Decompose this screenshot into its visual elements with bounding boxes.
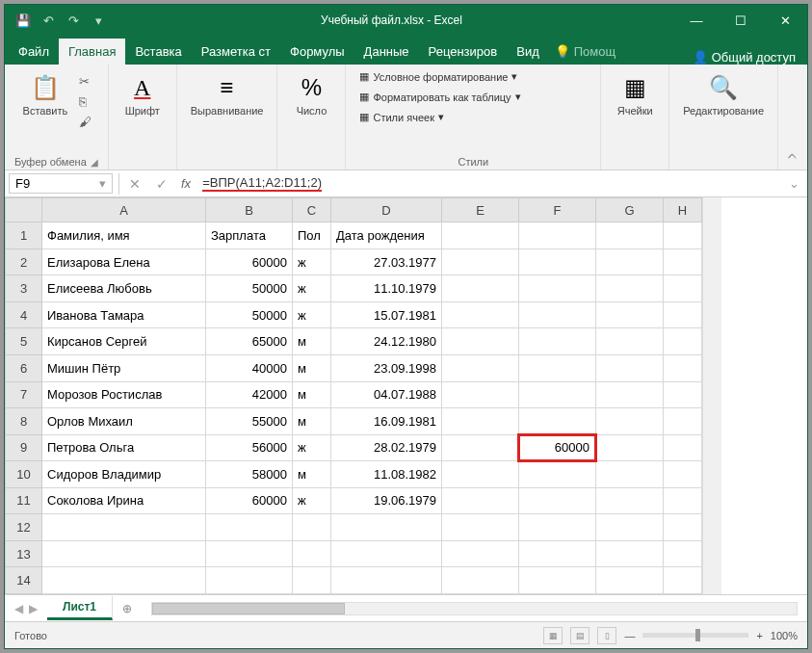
tab-home[interactable]: Главная [59,39,125,65]
cancel-icon[interactable]: ✕ [121,176,148,192]
vertical-scrollbar[interactable] [702,197,721,594]
cell[interactable]: 40000 [206,354,293,381]
cell[interactable] [206,514,293,541]
cell[interactable] [664,328,702,355]
horizontal-scrollbar[interactable] [142,602,807,615]
editing-button[interactable]: 🔍 Редактирование [679,68,768,120]
maximize-button[interactable]: ☐ [719,5,763,36]
cell[interactable]: Мишин Пётр [42,354,206,381]
cell[interactable] [442,381,519,408]
cell[interactable] [519,248,596,275]
name-box[interactable]: F9▾ [9,173,113,194]
cell[interactable]: Орлов Михаил [42,408,206,435]
formula-input[interactable]: =ВПР(A11;A2:D11;2) [196,175,781,192]
cell[interactable] [42,567,206,594]
cell[interactable]: 16.09.1981 [331,408,442,435]
col-header[interactable]: F [519,198,596,222]
cell[interactable] [206,540,293,567]
cell[interactable] [664,381,702,408]
cell[interactable] [442,434,519,461]
cell[interactable] [293,567,331,594]
row-header[interactable]: 4 [6,301,42,328]
cell[interactable] [442,222,519,249]
collapse-ribbon-icon[interactable]: ᨈ [778,141,807,170]
zoom-slider[interactable] [642,633,748,638]
cell[interactable] [42,540,206,567]
cell[interactable] [596,434,664,461]
cell-styles[interactable]: ▦Стили ячеек▾ [355,109,447,125]
cell[interactable] [331,567,442,594]
qat-customize-icon[interactable]: ▾ [88,10,109,31]
cell[interactable] [664,487,702,514]
cell[interactable] [664,222,702,249]
highlighted-cell[interactable]: 60000 [519,434,596,461]
cell[interactable] [519,567,596,594]
cell[interactable]: 19.06.1979 [331,487,442,514]
cell[interactable]: 55000 [206,408,293,435]
cell[interactable] [596,540,664,567]
dialog-launcher-icon[interactable]: ◢ [91,157,98,168]
cell[interactable] [596,275,664,302]
view-break-icon[interactable]: ▯ [597,627,616,644]
zoom-in-icon[interactable]: + [756,630,762,641]
number-button[interactable]: % Число [287,68,335,120]
cell[interactable] [442,248,519,275]
cell[interactable]: Иванова Тамара [42,301,206,328]
row-header[interactable]: 8 [6,408,42,435]
cell[interactable] [519,381,596,408]
cell[interactable] [519,222,596,249]
cell[interactable] [664,248,702,275]
row-header[interactable]: 5 [6,328,42,355]
tab-data[interactable]: Данные [354,39,419,65]
cell[interactable] [664,434,702,461]
cell[interactable]: 42000 [206,381,293,408]
view-normal-icon[interactable]: ▦ [543,627,563,644]
cell[interactable] [519,461,596,488]
font-button[interactable]: A Шрифт [118,68,167,120]
cell[interactable]: Сидоров Владимир [42,461,206,488]
format-painter-icon[interactable]: 🖌 [77,113,93,131]
cell[interactable]: 50000 [206,275,293,302]
tell-me[interactable]: 💡Помощ [549,39,621,65]
tab-formulas[interactable]: Формулы [280,39,354,65]
cell[interactable] [442,487,519,514]
cell[interactable]: Морозов Ростислав [42,381,206,408]
cell[interactable] [293,514,331,541]
cell[interactable] [596,248,664,275]
cell[interactable] [596,408,664,435]
cell[interactable]: м [293,328,331,355]
close-button[interactable]: ✕ [763,5,807,36]
cell[interactable]: м [293,461,331,488]
cell[interactable] [206,567,293,594]
cell[interactable]: Соколова Ирина [42,487,206,514]
cell[interactable]: 23.09.1998 [331,354,442,381]
alignment-button[interactable]: ≡ Выравнивание [187,68,268,120]
cell[interactable]: ж [293,487,331,514]
cell[interactable] [331,540,442,567]
save-icon[interactable]: 💾 [13,10,34,31]
cell[interactable] [331,514,442,541]
format-as-table[interactable]: ▦Форматировать как таблицу▾ [355,89,524,105]
cell[interactable]: ж [293,301,331,328]
cell[interactable] [519,514,596,541]
cell[interactable]: 60000 [206,487,293,514]
cell[interactable]: 11.08.1982 [331,461,442,488]
undo-icon[interactable]: ↶ [38,10,59,31]
sheet-tab[interactable]: Лист1 [47,596,113,620]
cell[interactable] [519,540,596,567]
cell[interactable] [664,540,702,567]
cell[interactable]: Кирсанов Сергей [42,328,206,355]
cell[interactable] [596,381,664,408]
cell[interactable] [442,567,519,594]
cell[interactable] [519,354,596,381]
col-header[interactable]: D [331,198,442,222]
cut-icon[interactable]: ✂ [77,72,93,91]
sheet-prev-icon[interactable]: ◀ [14,602,23,615]
view-layout-icon[interactable]: ▤ [570,627,589,644]
cell[interactable] [442,301,519,328]
cell[interactable]: 24.12.1980 [331,328,442,355]
paste-button[interactable]: 📋 Вставить [19,68,72,120]
cell[interactable]: м [293,408,331,435]
row-header[interactable]: 11 [6,487,42,514]
col-header[interactable]: G [596,198,664,222]
